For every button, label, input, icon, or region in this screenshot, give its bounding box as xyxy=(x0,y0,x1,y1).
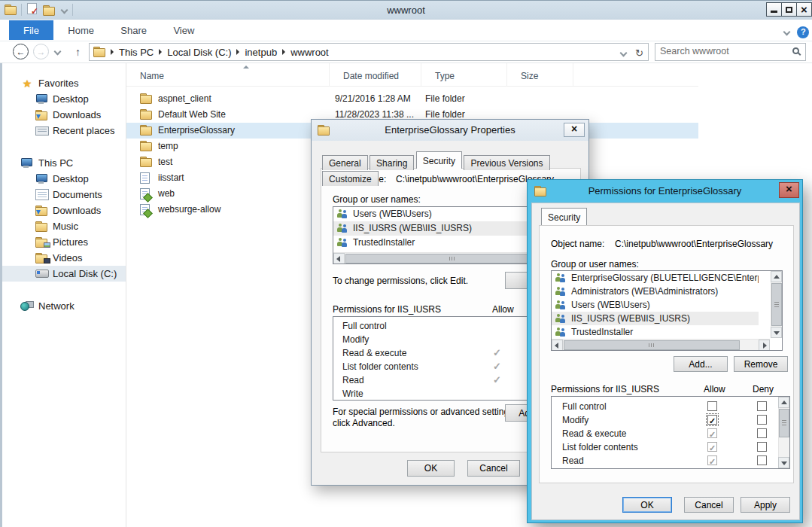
permission-row-partial[interactable] xyxy=(552,468,789,469)
group-item-trustedinstaller[interactable]: TrustedInstaller xyxy=(552,325,759,339)
tab-file[interactable]: File xyxy=(9,20,53,40)
folder-icon xyxy=(140,109,152,120)
scroll-left-icon[interactable] xyxy=(552,340,563,351)
deny-checkbox[interactable] xyxy=(757,428,767,438)
sidebar-item-this-pc[interactable]: This PC xyxy=(2,155,126,171)
scroll-left-icon[interactable] xyxy=(333,253,345,264)
back-button[interactable] xyxy=(13,44,29,59)
close-button[interactable] xyxy=(796,2,812,17)
sidebar-item-favorites[interactable]: Favorites xyxy=(2,75,126,91)
breadcrumb-inetpub[interactable]: inetpub xyxy=(245,47,277,58)
maximize-button[interactable] xyxy=(781,2,797,17)
sidebar-item-desktop-fav[interactable]: Desktop xyxy=(2,91,126,107)
minimize-button[interactable] xyxy=(766,2,782,17)
scrollbar-thumb[interactable] xyxy=(779,409,789,437)
add-button[interactable]: Add... xyxy=(674,356,728,372)
permission-row-read-execute[interactable]: Read & execute xyxy=(552,427,789,440)
config-file-icon xyxy=(140,188,150,200)
deny-checkbox[interactable] xyxy=(757,415,767,425)
star-icon xyxy=(20,78,34,90)
permission-row-read[interactable]: Read xyxy=(552,454,789,468)
tab-view[interactable]: View xyxy=(161,20,206,40)
ribbon-tab-row: File Home Share View xyxy=(0,20,812,41)
sidebar-item-recent-places[interactable]: Recent places xyxy=(2,123,126,139)
help-icon[interactable] xyxy=(797,26,809,38)
sidebar-item-videos[interactable]: Videos xyxy=(2,250,126,266)
sidebar-item-downloads[interactable]: Downloads xyxy=(2,203,126,218)
allow-checkbox[interactable] xyxy=(707,415,717,425)
properties-close-button[interactable] xyxy=(564,123,585,137)
breadcrumb-wwwroot[interactable]: wwwroot xyxy=(290,47,329,58)
tab-previous-versions[interactable]: Previous Versions xyxy=(464,155,549,170)
navigation-pane: Favorites Desktop Downloads Recent place… xyxy=(2,63,126,527)
breadcrumb-local-disk[interactable]: Local Disk (C:) xyxy=(167,47,231,58)
deny-checkbox[interactable] xyxy=(757,401,767,411)
tab-general[interactable]: General xyxy=(322,155,368,170)
permissions-header: Permissions for IIS_IUSRS xyxy=(333,304,441,315)
permissions-cancel-button[interactable]: Cancel xyxy=(684,497,734,513)
search-input[interactable] xyxy=(660,46,780,56)
deny-checkbox[interactable] xyxy=(757,442,767,452)
permission-row-list-folder-contents[interactable]: List folder contents xyxy=(552,440,789,454)
column-header-type[interactable]: Type xyxy=(421,63,507,87)
ribbon-expand-chevron-icon[interactable] xyxy=(783,29,789,35)
forward-button[interactable] xyxy=(33,44,49,59)
breadcrumb-this-pc[interactable]: This PC xyxy=(119,47,154,58)
permissions-apply-button[interactable]: Apply xyxy=(741,497,790,513)
refresh-icon[interactable] xyxy=(635,47,643,59)
group-item-enterpriseglossary[interactable]: EnterpriseGlossary (BLUETELLIGENCE\Enter… xyxy=(552,271,759,285)
column-header-size[interactable]: Size xyxy=(507,63,573,87)
horizontal-scrollbar[interactable] xyxy=(552,339,770,350)
allow-checkbox[interactable] xyxy=(707,401,717,411)
sidebar-item-music[interactable]: Music xyxy=(2,218,126,234)
breadcrumb-separator-icon xyxy=(111,49,114,55)
properties-dialog-title-bar[interactable]: EnterpriseGlossary Properties xyxy=(312,120,588,141)
tab-share[interactable]: Share xyxy=(108,20,159,40)
properties-ok-button[interactable]: OK xyxy=(407,460,455,477)
column-header-date-modified[interactable]: Date modified xyxy=(330,63,421,87)
tab-home[interactable]: Home xyxy=(56,20,106,40)
tab-security[interactable]: Security xyxy=(541,208,587,225)
permissions-dialog: Permissions for EnterpriseGlossary Secur… xyxy=(527,179,803,523)
vertical-scrollbar[interactable] xyxy=(771,271,782,338)
window-controls xyxy=(767,2,812,17)
sidebar-item-documents[interactable]: Documents xyxy=(2,187,126,203)
properties-cancel-button[interactable]: Cancel xyxy=(467,460,520,477)
tab-sharing[interactable]: Sharing xyxy=(370,155,414,170)
sidebar-item-desktop[interactable]: Desktop xyxy=(2,171,126,187)
group-item-administrators[interactable]: Administrators (WEB\Administrators) xyxy=(552,285,759,298)
up-button[interactable] xyxy=(70,44,86,59)
title-bar: wwwroot xyxy=(0,0,812,20)
permission-row-modify[interactable]: Modify xyxy=(552,413,789,427)
scroll-up-icon[interactable] xyxy=(778,397,789,408)
remove-button[interactable]: Remove xyxy=(734,356,788,372)
sidebar-item-network[interactable]: Network xyxy=(2,298,126,314)
group-item-users[interactable]: Users (WEB\Users) xyxy=(552,298,759,312)
permissions-close-button[interactable] xyxy=(779,182,799,198)
address-bar[interactable]: This PC Local Disk (C:) inetpub wwwroot xyxy=(89,43,649,61)
address-dropdown-icon[interactable] xyxy=(620,50,626,56)
tab-customize[interactable]: Customize xyxy=(322,171,379,186)
scrollbar-thumb[interactable] xyxy=(564,340,740,350)
allow-checkbox[interactable] xyxy=(707,442,717,452)
sidebar-item-pictures[interactable]: Pictures xyxy=(2,234,126,250)
sidebar-item-downloads-fav[interactable]: Downloads xyxy=(2,107,126,123)
permissions-ok-button[interactable]: OK xyxy=(622,497,672,513)
search-box xyxy=(655,43,806,61)
scroll-down-icon[interactable] xyxy=(771,327,782,338)
allow-checkbox[interactable] xyxy=(707,455,717,465)
vertical-scrollbar[interactable] xyxy=(778,397,789,468)
group-item-iis-iusrs[interactable]: IIS_IUSRS (WEB\IIS_IUSRS) xyxy=(552,312,759,325)
deny-checkbox[interactable] xyxy=(757,455,767,465)
file-row-aspnet-client[interactable]: aspnet_client 9/21/2016 1:28 AM File fol… xyxy=(126,91,698,107)
scroll-right-icon[interactable] xyxy=(759,340,770,351)
permission-row-full-control[interactable]: Full control xyxy=(552,400,789,413)
scroll-down-icon[interactable] xyxy=(778,457,789,468)
tab-security[interactable]: Security xyxy=(416,151,462,169)
scroll-up-icon[interactable] xyxy=(771,271,782,282)
allow-checkbox[interactable] xyxy=(707,428,717,438)
recent-locations-chevron-icon[interactable] xyxy=(54,49,60,55)
scrollbar-thumb[interactable] xyxy=(771,283,782,326)
column-header-name[interactable]: Name xyxy=(126,63,330,87)
sidebar-item-local-disk-c[interactable]: Local Disk (C:) xyxy=(2,266,126,282)
